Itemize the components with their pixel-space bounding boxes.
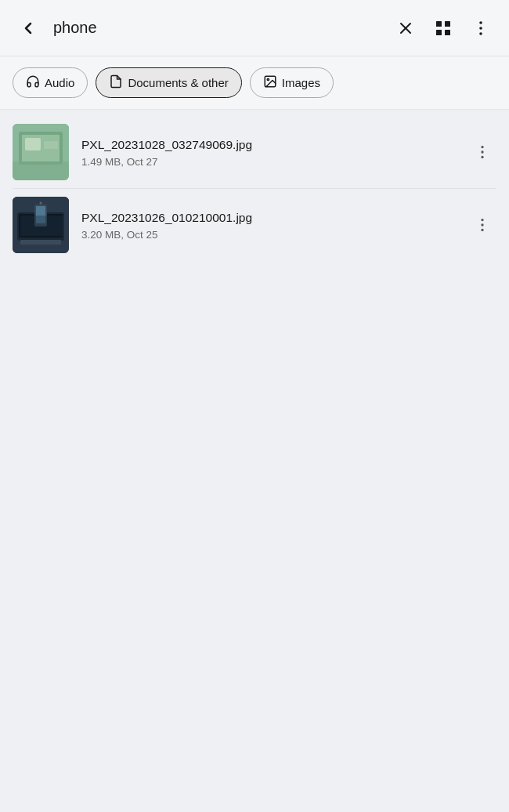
- list-item[interactable]: PXL_20231028_032749069.jpg 1.49 MB, Oct …: [0, 116, 509, 188]
- back-button[interactable]: [13, 13, 44, 44]
- svg-rect-15: [25, 138, 41, 150]
- filter-chip-documents[interactable]: Documents & other: [96, 67, 241, 98]
- header-actions: [390, 13, 496, 44]
- filter-chip-images[interactable]: Images: [250, 67, 334, 98]
- svg-point-29: [481, 223, 483, 226]
- svg-rect-16: [44, 141, 58, 149]
- file-meta: 1.49 MB, Oct 27: [81, 156, 468, 168]
- file-thumbnail: [13, 124, 69, 180]
- filter-bar: Audio Documents & other Images: [0, 56, 509, 110]
- file-info: PXL_20231028_032749069.jpg 1.49 MB, Oct …: [81, 136, 468, 169]
- document-icon: [109, 74, 123, 91]
- svg-point-6: [479, 21, 482, 24]
- svg-rect-2: [436, 21, 442, 27]
- app-header: phone: [0, 0, 509, 56]
- file-info: PXL_20231026_010210001.jpg 3.20 MB, Oct …: [81, 209, 468, 241]
- more-options-button[interactable]: [465, 13, 496, 44]
- filter-chip-audio[interactable]: Audio: [13, 67, 88, 98]
- file-name: PXL_20231026_010210001.jpg: [81, 209, 468, 227]
- svg-point-10: [267, 78, 269, 80]
- svg-point-17: [481, 146, 483, 148]
- search-query: phone: [53, 19, 390, 37]
- svg-point-19: [481, 156, 483, 158]
- svg-rect-5: [445, 30, 450, 35]
- image-icon: [263, 74, 277, 91]
- file-name: PXL_20231028_032749069.jpg: [81, 136, 468, 154]
- svg-point-30: [481, 229, 483, 231]
- svg-point-18: [481, 150, 483, 153]
- filter-chip-images-label: Images: [282, 76, 320, 89]
- svg-rect-25: [20, 240, 61, 245]
- svg-point-28: [481, 219, 483, 221]
- svg-rect-3: [445, 21, 450, 27]
- file-thumbnail: [13, 197, 69, 253]
- file-more-button[interactable]: [468, 211, 496, 239]
- svg-point-8: [479, 32, 482, 35]
- file-more-button[interactable]: [468, 138, 496, 166]
- filter-chip-audio-label: Audio: [45, 76, 74, 89]
- filter-chip-documents-label: Documents & other: [128, 76, 228, 89]
- svg-point-7: [479, 27, 482, 30]
- headphone-icon: [26, 74, 40, 91]
- list-item[interactable]: PXL_20231026_010210001.jpg 3.20 MB, Oct …: [0, 189, 509, 261]
- clear-button[interactable]: [390, 13, 421, 44]
- file-meta: 3.20 MB, Oct 25: [81, 229, 468, 241]
- svg-point-27: [40, 202, 42, 205]
- svg-rect-4: [436, 30, 442, 35]
- svg-rect-26: [20, 216, 64, 236]
- file-list: PXL_20231028_032749069.jpg 1.49 MB, Oct …: [0, 110, 509, 267]
- grid-view-button[interactable]: [428, 13, 459, 44]
- svg-rect-14: [13, 161, 69, 180]
